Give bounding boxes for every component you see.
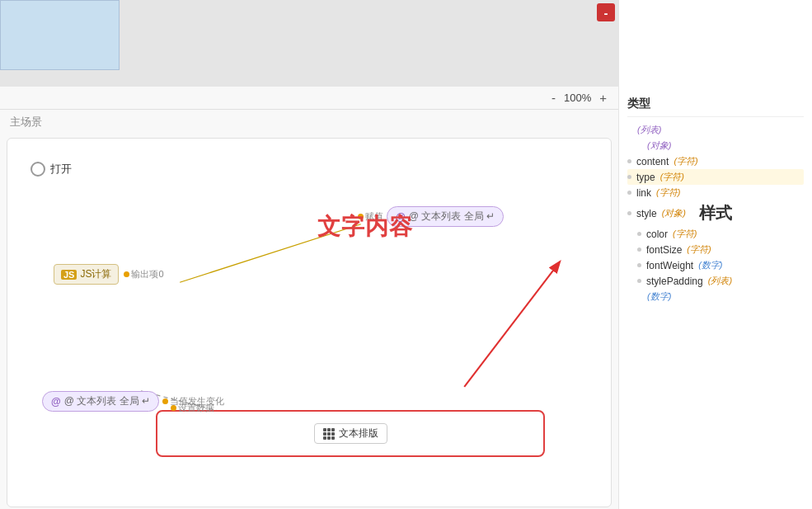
dot-content-icon bbox=[627, 159, 631, 163]
tag-type: (字符) bbox=[660, 171, 684, 183]
right-panel-top bbox=[618, 0, 812, 87]
main-scene-area: 主场景 bbox=[0, 110, 618, 509]
right-sidebar: 类型 (列表) (对象) content (字符) bbox=[618, 87, 812, 509]
tree-item-list[interactable]: (列表) bbox=[627, 122, 804, 138]
dot-color-icon bbox=[637, 232, 641, 236]
tree-item-style[interactable]: style (对象) 样式 bbox=[627, 200, 804, 226]
js-name: JS计算 bbox=[80, 267, 111, 281]
label-content: content bbox=[636, 156, 669, 167]
set-data-text: 设置数据 bbox=[178, 402, 214, 414]
dot-fontweight-icon bbox=[637, 263, 641, 267]
label-style: style bbox=[636, 208, 657, 219]
content-row: - 100% + 主场景 bbox=[0, 87, 812, 509]
top-canvas: - bbox=[0, 0, 618, 87]
tree-item-link[interactable]: link (字符) bbox=[627, 185, 804, 200]
tag-style: (对象) bbox=[662, 207, 686, 219]
tag-color: (字符) bbox=[673, 228, 697, 240]
zoom-plus-button[interactable]: + bbox=[598, 91, 608, 105]
scene-white-box: 打开 JS JS计算 输出项0 bbox=[7, 138, 612, 507]
panel-type-title: 类型 bbox=[627, 93, 804, 117]
dot-setdata-icon bbox=[171, 405, 176, 411]
svg-line-2 bbox=[464, 262, 559, 386]
zoom-percent: 100% bbox=[564, 92, 591, 104]
tag-link: (字符) bbox=[656, 186, 680, 199]
text-content-big-label: 文字内容 bbox=[317, 211, 413, 243]
tag-fontsize: (字符) bbox=[687, 243, 711, 256]
tree-item-number[interactable]: (数字) bbox=[627, 289, 804, 304]
dot-style-icon bbox=[627, 211, 631, 215]
text-input-box-bottom[interactable]: @ @ 文本列表 全局 ↵ bbox=[42, 391, 159, 412]
open-label: 打开 bbox=[50, 162, 72, 177]
dot-stylepadding-icon bbox=[637, 279, 641, 283]
tree-item-color[interactable]: color (字符) bbox=[627, 226, 804, 242]
grid-icon bbox=[323, 428, 335, 440]
tree-item-object[interactable]: (对象) bbox=[627, 138, 804, 153]
output-label: 输出项0 bbox=[124, 268, 163, 280]
type-tag-object: (对象) bbox=[647, 139, 671, 152]
label-fontsize: fontSize bbox=[646, 244, 682, 256]
style-big-label: 样式 bbox=[699, 202, 732, 224]
label-type: type bbox=[636, 172, 655, 183]
text-layout-badge: 文本排版 bbox=[314, 423, 387, 444]
js-prefix: JS bbox=[61, 270, 77, 280]
zoom-minus-button[interactable]: - bbox=[550, 91, 557, 105]
text-list-top-label: @ 文本列表 全局 ↵ bbox=[409, 210, 495, 224]
js-calc-node[interactable]: JS JS计算 输出项0 bbox=[54, 264, 164, 285]
dot-type-icon bbox=[627, 175, 631, 179]
tree-item-content[interactable]: content (字符) bbox=[627, 153, 804, 169]
scene-title-bar: 主场景 bbox=[0, 110, 618, 134]
at-sign-bottom: @ bbox=[51, 396, 61, 408]
text-layout-label: 文本排版 bbox=[339, 427, 378, 441]
page-wrapper: - - 100% + 主场景 bbox=[0, 0, 812, 509]
top-strip: - bbox=[0, 0, 812, 87]
type-tag-number: (数字) bbox=[647, 290, 671, 303]
dot-link-icon bbox=[627, 191, 631, 195]
radio-open-node[interactable]: 打开 bbox=[31, 162, 72, 177]
tree-item-fontweight[interactable]: fontWeight (数字) bbox=[627, 257, 804, 273]
dot-change-icon bbox=[162, 398, 168, 404]
label-link: link bbox=[636, 187, 651, 199]
tree-item-stylepadding[interactable]: stylePadding (列表) bbox=[627, 273, 804, 289]
js-badge: JS JS计算 bbox=[54, 264, 119, 285]
dot-output-icon bbox=[124, 271, 129, 277]
tag-stylepadding: (列表) bbox=[708, 275, 732, 287]
label-stylepadding: stylePadding bbox=[646, 276, 703, 287]
dot-fontsize-icon bbox=[637, 247, 641, 252]
scene-title: 主场景 bbox=[10, 115, 42, 128]
canvas-preview-rect bbox=[0, 0, 120, 70]
radio-circle-icon bbox=[31, 162, 45, 177]
main-canvas-wrapper: - 100% + 主场景 bbox=[0, 87, 618, 509]
type-tag-list: (列表) bbox=[637, 124, 661, 136]
label-color: color bbox=[646, 229, 668, 240]
text-list-bottom-label: @ 文本列表 全局 ↵ bbox=[64, 394, 150, 408]
text-layout-node[interactable]: 设置数据 文本排版 bbox=[156, 410, 545, 457]
tree-item-fontsize[interactable]: fontSize (字符) bbox=[627, 242, 804, 257]
label-fontweight: fontWeight bbox=[646, 260, 693, 271]
tag-content: (字符) bbox=[674, 155, 697, 167]
minus-top-button[interactable]: - bbox=[597, 3, 615, 21]
set-data-label: 设置数据 bbox=[171, 402, 214, 414]
output-text: 输出项0 bbox=[131, 268, 163, 280]
zoom-row: - 100% + bbox=[0, 87, 618, 110]
tree-item-type[interactable]: type (字符) bbox=[627, 169, 804, 185]
tree-container: (列表) (对象) content (字符) type (字符) bbox=[627, 122, 804, 304]
tag-fontweight: (数字) bbox=[698, 259, 722, 271]
